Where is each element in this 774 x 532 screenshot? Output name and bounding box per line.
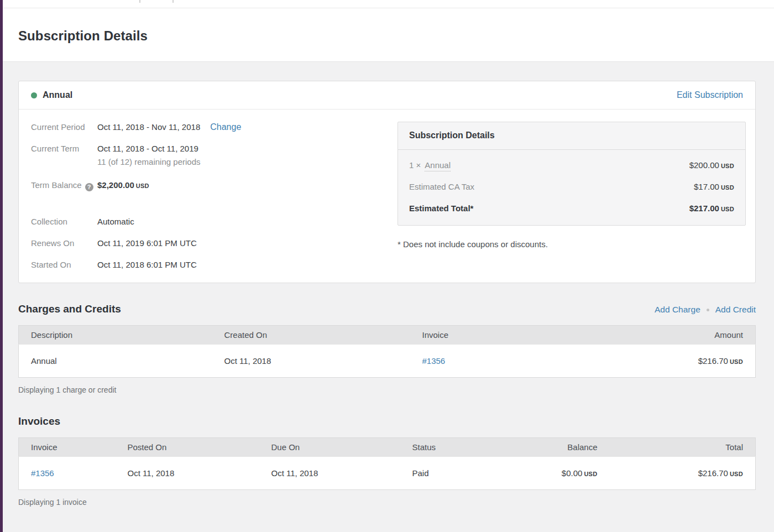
invoice-status: Paid xyxy=(400,457,483,490)
column-header-total: Total xyxy=(598,438,756,457)
charge-created-on: Oct 11, 2018 xyxy=(212,345,410,378)
column-header-amount: Amount xyxy=(571,326,756,345)
invoice-total: $216.70USD xyxy=(598,457,756,490)
estimate-body: 1 ×Annual $200.00USD Estimated CA Tax $1… xyxy=(398,160,745,225)
subscription-card-body: Current Period Oct 11, 2018 - Nov 11, 20… xyxy=(19,109,755,283)
estimate-footnote: * Does not include coupons or discounts. xyxy=(398,239,746,249)
line-label: Estimated CA Tax xyxy=(409,181,474,193)
column-header-balance: Balance xyxy=(483,438,598,457)
line-amount: $17.00USD xyxy=(694,181,734,193)
field-value: Automatic xyxy=(97,216,134,227)
plan-term[interactable]: Annual xyxy=(425,160,451,171)
invoice-row: #1356 Oct 11, 2018 Oct 11, 2018 Paid $0.… xyxy=(19,457,756,490)
invoices-section: Invoices Invoice Posted On Due On Status… xyxy=(18,415,756,507)
field-label: Started On xyxy=(31,259,97,270)
currency-code: USD xyxy=(730,358,743,365)
column-header-posted-on: Posted On xyxy=(116,438,259,457)
invoice-balance: $0.00USD xyxy=(483,457,598,490)
plan-identity: Annual xyxy=(31,90,72,100)
line-amount: $200.00USD xyxy=(689,160,734,171)
currency-code: USD xyxy=(136,182,149,189)
column-header-status: Status xyxy=(400,438,483,457)
page-title: Subscription Details xyxy=(18,28,756,44)
field-renews-on: Renews On Oct 11, 2019 6:01 PM UTC xyxy=(31,238,398,249)
line-amount: $217.00USD xyxy=(689,203,734,215)
field-label: Current Period xyxy=(31,122,97,133)
estimate-line-tax: Estimated CA Tax $17.00USD xyxy=(409,181,734,193)
field-value: Oct 11, 2018 - Nov 11, 2018 xyxy=(97,122,200,133)
line-label: Estimated Total* xyxy=(409,203,473,215)
field-value: Oct 11, 2019 6:01 PM UTC xyxy=(97,238,197,249)
charges-actions: Add Charge Add Credit xyxy=(655,305,756,315)
invoice-link[interactable]: #1356 xyxy=(31,468,54,478)
subscription-fields: Current Period Oct 11, 2018 - Nov 11, 20… xyxy=(31,122,398,270)
left-accent-bar xyxy=(0,0,3,532)
invoices-title: Invoices xyxy=(18,415,60,427)
invoice-link[interactable]: #1356 xyxy=(422,356,446,366)
field-value: Oct 11, 2018 6:01 PM UTC xyxy=(97,259,197,270)
plan-line: 1 ×Annual xyxy=(409,160,451,171)
charges-count-text: Displaying 1 charge or credit xyxy=(18,385,756,394)
change-period-link[interactable]: Change xyxy=(210,122,241,133)
field-label: Term Balance? xyxy=(31,180,97,191)
topbar-artifact xyxy=(172,0,174,3)
content-area: Annual Edit Subscription Current Period … xyxy=(0,62,774,529)
page-header: Subscription Details xyxy=(0,8,774,62)
estimate-line-plan: 1 ×Annual $200.00USD xyxy=(409,160,734,171)
charge-description: Annual xyxy=(19,345,212,378)
charge-amount: $216.70USD xyxy=(571,345,756,378)
field-label: Current Term xyxy=(31,143,97,168)
field-value: $2,200.00USD xyxy=(97,180,149,191)
field-current-term: Current Term Oct 11, 2018 - Oct 11, 2019… xyxy=(31,143,398,168)
estimate-line-total: Estimated Total* $217.00USD xyxy=(409,203,734,215)
invoices-table: Invoice Posted On Due On Status Balance … xyxy=(18,437,756,490)
field-current-period: Current Period Oct 11, 2018 - Nov 11, 20… xyxy=(31,122,398,133)
help-icon[interactable]: ? xyxy=(85,183,93,191)
charges-header-row: Description Created On Invoice Amount xyxy=(19,326,756,345)
status-dot-icon xyxy=(31,92,37,98)
plan-name: Annual xyxy=(43,90,72,100)
charge-row: Annual Oct 11, 2018 #1356 $216.70USD xyxy=(19,345,756,378)
column-header-created-on: Created On xyxy=(212,326,410,345)
subscription-estimate-box: Subscription Details 1 ×Annual $200.00US… xyxy=(398,122,746,226)
field-note: 11 (of 12) remaining periods xyxy=(97,157,201,168)
invoice-number-cell: #1356 xyxy=(19,457,116,490)
invoice-posted-on: Oct 11, 2018 xyxy=(116,457,259,490)
invoice-due-on: Oct 11, 2018 xyxy=(259,457,400,490)
invoices-count-text: Displaying 1 invoice xyxy=(18,498,756,507)
top-bar-cropped xyxy=(0,0,774,8)
column-header-invoice: Invoice xyxy=(19,438,116,457)
field-term-balance: Term Balance? $2,200.00USD xyxy=(31,180,398,191)
charges-table: Description Created On Invoice Amount An… xyxy=(18,325,756,378)
subscription-card: Annual Edit Subscription Current Period … xyxy=(18,81,756,283)
dot-separator-icon xyxy=(707,309,709,311)
currency-code: USD xyxy=(584,471,597,477)
subscription-card-header: Annual Edit Subscription xyxy=(19,81,755,109)
column-header-due-on: Due On xyxy=(259,438,400,457)
charge-invoice-cell: #1356 xyxy=(410,345,571,378)
field-value: Oct 11, 2018 - Oct 11, 2019 xyxy=(97,143,201,154)
currency-code: USD xyxy=(721,206,734,212)
charges-title: Charges and Credits xyxy=(18,303,121,315)
field-label: Renews On xyxy=(31,238,97,249)
field-label: Collection xyxy=(31,216,97,227)
estimate-title: Subscription Details xyxy=(398,122,745,150)
estimate-column: Subscription Details 1 ×Annual $200.00US… xyxy=(398,122,746,270)
field-collection: Collection Automatic xyxy=(31,216,398,227)
field-started-on: Started On Oct 11, 2018 6:01 PM UTC xyxy=(31,259,398,270)
charges-section: Charges and Credits Add Charge Add Credi… xyxy=(18,303,756,394)
times-icon: × xyxy=(416,160,421,170)
column-header-description: Description xyxy=(19,326,212,345)
invoices-header-row: Invoice Posted On Due On Status Balance … xyxy=(19,438,756,457)
column-header-invoice: Invoice xyxy=(410,326,571,345)
edit-subscription-link[interactable]: Edit Subscription xyxy=(677,90,743,100)
add-credit-link[interactable]: Add Credit xyxy=(715,305,756,315)
topbar-artifact xyxy=(139,0,140,3)
currency-code: USD xyxy=(730,471,743,477)
add-charge-link[interactable]: Add Charge xyxy=(655,305,700,315)
currency-code: USD xyxy=(721,163,734,169)
currency-code: USD xyxy=(721,184,734,191)
